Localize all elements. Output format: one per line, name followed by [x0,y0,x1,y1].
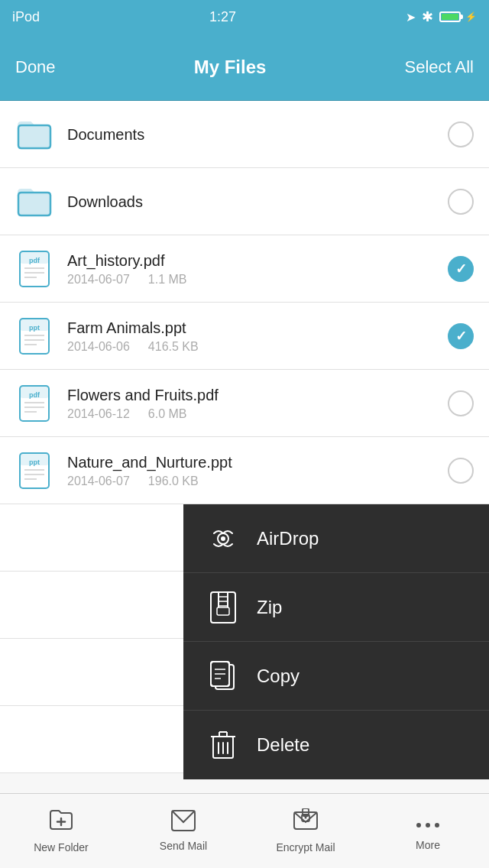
context-copy-label: Copy [257,666,300,687]
status-bar: iPod 1:27 ➤ ✱ ⚡ [0,0,489,34]
file-date: 2014-06-12 [67,407,130,421]
svg-text:ppt: ppt [29,458,40,466]
list-item[interactable]: Documents [0,101,489,168]
context-menu-airdrop[interactable]: AirDrop [183,504,489,573]
ppt-icon: ppt [15,315,53,358]
svg-text:ppt: ppt [29,324,40,332]
svg-text:pdf: pdf [29,391,40,399]
tab-new-folder-label: New Folder [34,841,89,853]
send-mail-icon [171,810,196,837]
page-title: My Files [194,57,267,78]
file-checkbox[interactable] [448,458,474,484]
svg-point-55 [426,823,430,828]
tab-more[interactable]: More [367,794,489,868]
file-date: 2014-06-07 [67,273,130,287]
ppt-icon: ppt [15,449,53,492]
svg-rect-32 [217,607,229,615]
file-size: 6.0 MB [148,407,187,421]
checkmark-icon: ✓ [455,328,467,345]
context-menu-zip[interactable]: Zip [183,573,489,642]
context-menu-copy[interactable]: Copy [183,642,489,711]
file-name: Farm Animals.ppt [67,318,440,338]
file-info: Documents [67,125,440,144]
file-info: Farm Animals.ppt 2014-06-06 416.5 KB [67,318,440,354]
file-name: Flowers and Fruits.pdf [67,385,440,405]
svg-text:pdf: pdf [29,257,40,264]
list-item[interactable]: ppt Farm Animals.ppt 2014-06-06 416.5 KB… [0,303,489,370]
pdf-icon: pdf [15,248,53,290]
file-checkbox[interactable] [448,189,474,215]
tab-send-mail-label: Send Mail [160,840,207,852]
tab-bar: New Folder Send Mail Encrypt Mail [0,793,489,868]
file-name: Nature_and_Nurture.ppt [67,452,440,472]
checkmark-icon: ✓ [455,261,467,277]
file-name: Art_history.pdf [67,251,440,270]
battery-icon [439,11,461,22]
list-item[interactable]: pdf Art_history.pdf 2014-06-07 1.1 MB ✓ [0,235,489,303]
device-name: iPod [12,9,40,25]
file-size: 196.0 KB [148,474,199,488]
airdrop-icon [206,522,240,555]
charging-icon: ⚡ [465,11,477,22]
context-airdrop-label: AirDrop [257,528,319,549]
select-all-button[interactable]: Select All [404,57,474,77]
status-time: 1:27 [209,9,236,25]
folder-icon [15,113,53,156]
file-date: 2014-06-07 [67,474,130,488]
file-name: Documents [67,125,440,144]
file-date: 2014-06-06 [67,340,130,354]
file-info: Downloads [67,192,440,212]
new-folder-icon [49,808,73,838]
context-menu: AirDrop Zip [183,504,489,779]
svg-point-53 [305,817,307,819]
tab-more-label: More [416,839,440,851]
tab-encrypt-mail-label: Encrypt Mail [276,841,335,853]
tab-encrypt-mail[interactable]: Encrypt Mail [244,794,367,868]
encrypt-mail-icon [293,808,318,838]
delete-icon [206,728,240,762]
status-icons: ➤ ✱ ⚡ [406,8,477,25]
bluetooth-icon: ✱ [422,8,433,25]
list-item[interactable]: pdf Flowers and Fruits.pdf 2014-06-12 6.… [0,370,489,437]
file-info: Art_history.pdf 2014-06-07 1.1 MB [67,251,440,287]
file-checkbox[interactable]: ✓ [448,323,474,349]
context-zip-label: Zip [257,597,282,618]
list-item[interactable]: Downloads [0,168,489,235]
tab-send-mail[interactable]: Send Mail [122,794,244,868]
file-name: Downloads [67,192,440,212]
folder-icon [15,180,53,223]
context-menu-delete[interactable]: Delete [183,711,489,779]
svg-point-56 [435,823,439,828]
file-size: 1.1 MB [148,273,187,287]
more-icon [416,811,440,836]
done-button[interactable]: Done [15,57,56,77]
svg-point-54 [416,823,421,828]
svg-point-25 [221,536,225,541]
location-icon: ➤ [406,10,416,24]
zip-icon [206,591,240,624]
file-size: 416.5 KB [148,340,199,354]
file-checkbox[interactable]: ✓ [448,256,474,282]
file-info: Flowers and Fruits.pdf 2014-06-12 6.0 MB [67,385,440,421]
tab-new-folder[interactable]: New Folder [0,794,122,868]
list-item[interactable]: ppt Nature_and_Nurture.ppt 2014-06-07 19… [0,437,489,504]
context-delete-label: Delete [257,734,309,756]
file-checkbox[interactable] [448,121,474,147]
copy-icon [206,659,240,693]
pdf-icon: pdf [15,382,53,425]
file-info: Nature_and_Nurture.ppt 2014-06-07 196.0 … [67,452,440,488]
nav-bar: Done My Files Select All [0,34,489,101]
file-checkbox[interactable] [448,390,474,416]
